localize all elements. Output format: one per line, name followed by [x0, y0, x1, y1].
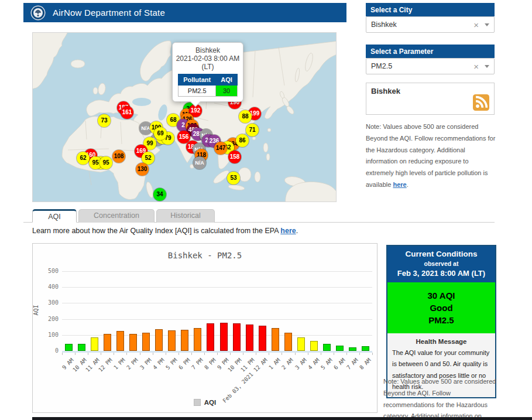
- x-axis-tick: [179, 353, 179, 355]
- bar[interactable]: [181, 330, 188, 351]
- x-axis-tick: [282, 353, 282, 355]
- map-marker[interactable]: 147: [214, 142, 227, 155]
- bar[interactable]: [336, 346, 344, 351]
- tooltip-timezone: (LT): [175, 63, 241, 71]
- x-axis-tick: [334, 353, 334, 355]
- bar[interactable]: [310, 341, 318, 351]
- map-marker[interactable]: 71: [246, 124, 259, 136]
- map-marker[interactable]: 108: [112, 150, 125, 163]
- beyond-aqi-note-bottom: Note: Values above 500 are considered Be…: [383, 376, 498, 420]
- x-axis-tick: [101, 353, 101, 355]
- x-axis-tick: [243, 353, 243, 355]
- select-city-header: Select a City: [366, 3, 495, 16]
- aqi-parameter: PM2.5: [387, 314, 495, 326]
- legend-swatch-icon: [194, 399, 201, 406]
- current-conditions-panel: Current Conditions observed at Feb 3, 20…: [386, 245, 496, 398]
- map-marker[interactable]: 130: [136, 163, 149, 176]
- chevron-down-icon[interactable]: [485, 23, 489, 26]
- chart-legend[interactable]: AQI: [33, 399, 377, 406]
- map-marker[interactable]: 62: [77, 152, 90, 165]
- bar[interactable]: [168, 330, 176, 351]
- legend-label: AQI: [204, 399, 216, 406]
- map-marker[interactable]: 69: [154, 127, 167, 140]
- bar[interactable]: [142, 333, 150, 351]
- note-here-link[interactable]: here: [393, 181, 406, 188]
- x-axis-tick: [346, 353, 347, 355]
- map-marker[interactable]: 73: [98, 114, 111, 127]
- current-conditions-header: Current Conditions observed at Feb 3, 20…: [387, 246, 495, 282]
- aqi-value: 30 AQI: [387, 289, 495, 302]
- x-axis-tick: [126, 353, 127, 355]
- observed-datetime: Feb 3, 2021 8:00 AM (LT): [390, 269, 493, 278]
- x-axis-tick: [321, 353, 321, 355]
- map-marker[interactable]: 34: [153, 188, 166, 201]
- x-axis-tick: [75, 353, 75, 355]
- bar[interactable]: [362, 346, 369, 351]
- bar[interactable]: [207, 323, 214, 351]
- parameter-select-value: PM2.5: [371, 62, 473, 70]
- map-marker[interactable]: 86: [236, 134, 249, 147]
- bar[interactable]: [272, 328, 279, 351]
- map-marker[interactable]: N/A: [193, 156, 206, 169]
- tooltip-aqi-value: 30: [216, 86, 238, 97]
- learn-more-here-link[interactable]: here: [280, 227, 296, 235]
- health-message-title: Health Message: [387, 333, 495, 347]
- x-axis-tick: [359, 353, 360, 355]
- map-marker[interactable]: 161: [121, 106, 133, 119]
- bar[interactable]: [104, 334, 111, 351]
- learn-more-suffix: .: [296, 227, 298, 235]
- bar[interactable]: [233, 323, 241, 351]
- learn-more-text: Learn more about how the Air Quality Ind…: [32, 227, 298, 235]
- y-axis-tick-label: 100: [40, 332, 59, 338]
- x-axis-tick: [166, 353, 166, 355]
- gridline: [62, 319, 372, 320]
- map-marker[interactable]: 53: [227, 172, 240, 185]
- x-axis-tick: [88, 353, 88, 355]
- map-tooltip: Bishkek 2021-02-03 8:00 AM (LT) Pollutan…: [172, 42, 243, 102]
- bar[interactable]: [194, 328, 201, 351]
- note-suffix: .: [407, 181, 409, 188]
- bar[interactable]: [284, 333, 292, 351]
- observed-at-label: observed at: [390, 260, 493, 267]
- bar[interactable]: [259, 326, 266, 351]
- tooltip-col-aqi: AQI: [216, 74, 238, 86]
- rss-icon[interactable]: [473, 94, 489, 111]
- gridline: [62, 303, 372, 303]
- x-axis-tick: [269, 353, 269, 355]
- rss-city-label: Bishkek: [371, 87, 400, 95]
- bar[interactable]: [220, 323, 228, 351]
- clear-parameter-icon[interactable]: ×: [473, 62, 479, 71]
- world-map[interactable]: 7318716116062939595108N/A100N/A597969991…: [32, 32, 337, 202]
- x-axis-tick: [140, 353, 140, 355]
- rss-feed-box: Bishkek: [366, 83, 495, 115]
- tab-concentration[interactable]: Concentration: [78, 209, 155, 223]
- x-axis-tick: [295, 353, 296, 355]
- tab-aqi[interactable]: AQI: [32, 209, 77, 223]
- bar[interactable]: [297, 337, 305, 351]
- map-marker[interactable]: 158: [228, 151, 241, 163]
- bar[interactable]: [129, 334, 137, 351]
- bar[interactable]: [65, 344, 73, 351]
- bar[interactable]: [91, 337, 98, 351]
- tab-historical[interactable]: Historical: [156, 209, 215, 223]
- x-axis-tick: [372, 353, 373, 355]
- chart-tabs: AQI Concentration Historical: [32, 209, 215, 223]
- x-axis-tick: [62, 353, 63, 355]
- tooltip-table: Pollutant AQI PM2.5 30: [178, 74, 238, 97]
- y-axis-tick-label: 0: [40, 347, 59, 354]
- bar[interactable]: [116, 331, 124, 351]
- bar[interactable]: [246, 325, 253, 351]
- parameter-select[interactable]: PM2.5 ×: [366, 58, 495, 74]
- city-select[interactable]: Bishkek ×: [366, 16, 495, 33]
- chart-plot-area: 01002003004005009 AM10 AM11 AM12 PM1 PM2…: [33, 244, 377, 412]
- bar[interactable]: [78, 344, 85, 351]
- y-axis-tick-label: 300: [40, 299, 59, 306]
- clear-city-icon[interactable]: ×: [473, 21, 479, 29]
- learn-more-prefix: Learn more about how the Air Quality Ind…: [32, 227, 280, 235]
- chevron-down-icon[interactable]: [485, 65, 489, 68]
- map-marker[interactable]: 95: [99, 156, 112, 169]
- bar[interactable]: [155, 329, 163, 351]
- x-axis-tick: [230, 353, 231, 355]
- bar[interactable]: [323, 344, 331, 351]
- map-marker[interactable]: 88: [239, 110, 252, 123]
